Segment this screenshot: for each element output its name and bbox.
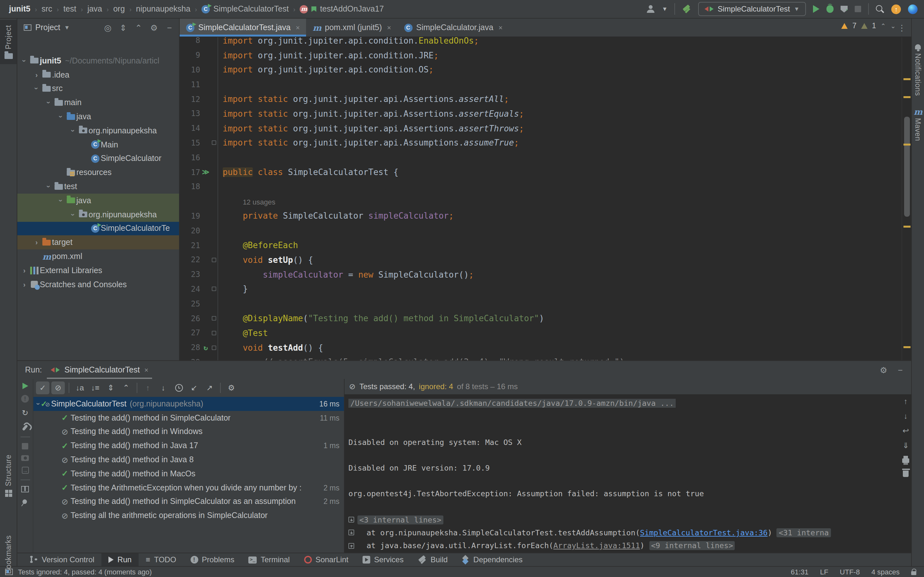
editor-gutter[interactable]: 17 [180, 165, 218, 179]
code-editor[interactable]: 8import org.junit.jupiter.api.condition.… [180, 37, 911, 360]
project-tree-item[interactable]: java [17, 193, 179, 208]
import-test-results-icon[interactable]: ↙ [187, 382, 201, 394]
editor-gutter[interactable]: 29 [180, 355, 218, 360]
next-failed-test-icon[interactable]: ↓ [157, 382, 170, 394]
internal-lines-chip[interactable]: <9 internal lines> [649, 541, 735, 550]
project-tree-item[interactable]: resources [17, 166, 179, 180]
tree-chevron-icon[interactable] [44, 183, 53, 190]
sort-alphabetically-icon[interactable]: ↓a [73, 382, 87, 394]
breadcrumb-item[interactable]: java [87, 5, 102, 13]
test-case-row[interactable]: Testing the add() method in Windows [33, 425, 344, 439]
expand-stack-icon[interactable] [349, 543, 354, 548]
test-case-row[interactable]: Testing the add() method in Java 171 ms [33, 439, 344, 453]
project-tree-item[interactable]: Scratches and Consoles [17, 277, 179, 292]
project-tree-item[interactable]: junit5~/Documents/Nipuna/articl [17, 54, 179, 68]
tree-chevron-icon[interactable] [57, 197, 65, 205]
usages-inlay-hint[interactable]: 12 usages [243, 198, 276, 205]
project-tree-item[interactable]: src [17, 82, 179, 96]
editor-gutter[interactable]: 9 [180, 48, 218, 63]
stack-trace-link[interactable]: SimpleCalculatorTest.java:36 [640, 528, 768, 537]
editor-gutter[interactable]: 18 [180, 179, 218, 194]
fold-marker-box[interactable] [212, 316, 216, 321]
editor-gutter[interactable]: 12 [180, 92, 218, 106]
run-with-coverage-button[interactable] [841, 5, 848, 13]
restore-layout-icon[interactable] [21, 486, 29, 492]
test-case-row[interactable]: Testing the add() method in MacOs [33, 467, 344, 481]
editor-gutter[interactable]: 8 [180, 37, 218, 48]
warning-stripe-mark[interactable] [903, 96, 911, 98]
fold-marker[interactable] [211, 287, 217, 292]
caret-position[interactable]: 61:31 [791, 568, 809, 576]
tree-chevron-icon[interactable] [69, 127, 78, 135]
editor-gutter[interactable]: 28 [180, 340, 218, 355]
breadcrumb-item[interactable]: test [63, 5, 76, 13]
close-icon[interactable]: × [387, 24, 391, 31]
update-available-icon[interactable] [891, 4, 901, 14]
chevron-down-icon[interactable]: ▼ [64, 24, 70, 31]
next-problem-icon[interactable]: ⌄ [890, 22, 896, 29]
fold-marker-box[interactable] [212, 331, 216, 335]
breadcrumb-item[interactable]: nipunaupeksha [136, 5, 191, 13]
tool-window-button-services[interactable]: Services [355, 553, 411, 566]
editor-error-stripe[interactable] [901, 37, 911, 360]
stripe-button-structure[interactable]: Structure [0, 455, 17, 497]
editor-tab[interactable]: SimpleCalculatorTest.java× [180, 19, 306, 37]
chevron-down-icon[interactable]: ▼ [662, 6, 668, 12]
project-tree-item[interactable]: main [17, 96, 179, 110]
editor-gutter[interactable]: 15 [180, 135, 218, 150]
close-icon[interactable]: × [144, 366, 149, 374]
test-case-row[interactable]: Testing all the arithmetic operations in… [33, 509, 344, 523]
build-hammer-icon[interactable] [682, 5, 691, 13]
console-output[interactable]: /Users/sohaniwewelwala/.sdkman/candidate… [344, 394, 911, 553]
tree-chevron-icon[interactable] [69, 211, 78, 218]
test-case-row[interactable]: Testing the add() method in SimpleCalcul… [33, 495, 344, 509]
editor-tab[interactable]: SimpleCalculator.java× [397, 19, 509, 37]
show-ignored-toggle[interactable]: ⊘ [51, 382, 65, 394]
user-profile-icon[interactable] [646, 5, 655, 13]
internal-lines-chip[interactable]: <3 internal lines> [357, 516, 443, 524]
editor-gutter[interactable]: 11 [180, 77, 218, 92]
gear-icon[interactable]: ⚙ [878, 365, 889, 375]
scroll-down-icon[interactable]: ↓ [904, 412, 908, 421]
lock-icon[interactable] [911, 571, 916, 575]
camera-icon[interactable] [21, 455, 29, 461]
editor-scrollbar-thumb[interactable] [904, 117, 910, 217]
run-test-gutter-icon[interactable] [200, 343, 211, 351]
editor-gutter[interactable]: 14 [180, 121, 218, 136]
tree-chevron-icon[interactable] [20, 267, 29, 274]
editor-gutter[interactable] [180, 194, 218, 209]
indent-setting[interactable]: 4 spaces [871, 568, 900, 576]
tree-chevron-icon[interactable] [37, 400, 39, 408]
warning-stripe-mark[interactable] [903, 78, 911, 80]
editor-gutter[interactable]: 25 [180, 297, 218, 311]
tool-window-button-dependencies[interactable]: Dependencies [455, 553, 529, 566]
sort-by-duration-icon[interactable]: ↓≡ [89, 382, 102, 394]
test-settings-wrench-icon[interactable] [22, 424, 28, 431]
fold-marker-box[interactable] [212, 345, 216, 350]
expand-stack-icon[interactable] [349, 530, 354, 536]
inspections-widget[interactable]: 7 1 ⌃ ⌄ [842, 22, 896, 29]
breadcrumb-item[interactable]: testAddOnJava17 [300, 5, 384, 13]
editor-gutter[interactable]: 10 [180, 63, 218, 77]
export-test-results-icon[interactable]: ↗ [203, 382, 216, 394]
internal-lines-chip[interactable]: <31 interna [777, 528, 830, 537]
stack-trace-link-gray[interactable]: ArrayList.java:1511 [553, 541, 640, 550]
editor-gutter[interactable]: 16 [180, 150, 218, 165]
tool-window-button-terminal[interactable]: Terminal [241, 553, 297, 566]
project-tree-item[interactable]: org.nipunaupeksha [17, 124, 179, 138]
warning-stripe-mark[interactable] [903, 143, 911, 145]
stop-button[interactable] [855, 6, 861, 12]
event-log-icon[interactable] [5, 569, 13, 575]
tool-window-button-version-control[interactable]: Version Control [23, 553, 102, 566]
tab-options-kebab-icon[interactable]: ⋮ [898, 23, 911, 32]
previous-failed-test-icon[interactable]: ↑ [141, 382, 155, 394]
project-tree-item[interactable]: target [17, 235, 179, 250]
collapse-all-icon[interactable]: ⌃ [133, 23, 144, 32]
fold-marker-box[interactable] [212, 258, 216, 262]
show-passed-toggle[interactable]: ✓ [36, 382, 49, 394]
search-everywhere-icon[interactable] [876, 5, 884, 13]
tree-chevron-icon[interactable] [44, 99, 53, 107]
tree-chevron-icon[interactable] [20, 280, 29, 288]
toggle-auto-test-icon[interactable]: ↻ [22, 408, 28, 417]
breadcrumb-item[interactable]: org [113, 5, 125, 13]
